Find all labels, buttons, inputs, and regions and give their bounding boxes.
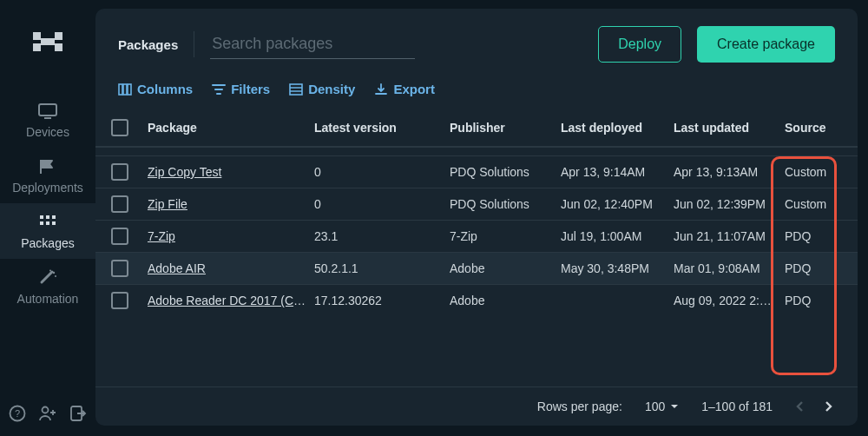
package-link[interactable]: 7-Zip <box>148 229 314 243</box>
main-panel: Packages Deploy Create package Columns F… <box>95 9 858 426</box>
help-icon[interactable]: ? <box>9 405 26 422</box>
export-tool[interactable]: Export <box>374 82 435 96</box>
row-checkbox[interactable] <box>111 195 128 213</box>
columns-tool[interactable]: Columns <box>118 82 193 96</box>
svg-rect-9 <box>52 215 56 219</box>
svg-rect-21 <box>123 84 127 95</box>
page-title: Packages <box>118 37 178 52</box>
search-input[interactable] <box>210 30 415 59</box>
row-checkbox[interactable] <box>111 260 128 277</box>
table-row[interactable]: Zip File 0 PDQ Solutions Jun 02, 12:40PM… <box>95 188 858 220</box>
package-link[interactable]: Adobe AIR <box>148 261 314 275</box>
svg-rect-1 <box>33 43 41 51</box>
chevron-down-icon <box>670 404 679 409</box>
cell-publisher: Adobe <box>450 294 561 307</box>
cell-source: PDQ <box>785 261 844 275</box>
create-package-button[interactable]: Create package <box>697 26 835 63</box>
cell-version: 17.12.30262 <box>314 294 450 307</box>
density-icon <box>289 83 303 96</box>
table-header-row: Package Latest version Publisher Last de… <box>95 109 858 147</box>
chevron-left-icon <box>795 400 804 413</box>
table-row[interactable]: 7-Zip 23.1 7-Zip Jul 19, 1:00AM Jun 21, … <box>95 220 858 252</box>
divider <box>194 31 194 57</box>
deploy-button[interactable]: Deploy <box>598 26 681 63</box>
sidebar-item-label: Devices <box>26 125 69 139</box>
pagination-range: 1–100 of 181 <box>701 400 773 413</box>
cell-lastupdated: Jun 21, 11:07AM <box>674 229 785 243</box>
cell-publisher: Adobe <box>450 261 561 275</box>
row-checkbox[interactable] <box>111 228 128 245</box>
grid-icon <box>38 214 57 231</box>
density-tool[interactable]: Density <box>289 82 355 96</box>
table-footer: Rows per page: 100 1–100 of 181 <box>95 386 858 426</box>
cell-source: Custom <box>785 165 844 179</box>
cell-version: 0 <box>314 165 450 179</box>
cell-lastupdated: Apr 13, 9:13AM <box>674 165 785 179</box>
svg-rect-20 <box>119 84 122 95</box>
svg-rect-6 <box>44 117 51 119</box>
chevron-right-icon <box>825 400 833 413</box>
filter-icon <box>212 83 226 96</box>
flag-icon <box>38 158 57 175</box>
cell-lastdeployed: May 30, 3:48PM <box>561 261 674 275</box>
table-row[interactable]: Zip Copy Test 0 PDQ Solutions Apr 13, 9:… <box>95 155 858 188</box>
sidebar-item-label: Deployments <box>12 181 83 195</box>
cell-lastupdated: Aug 09, 2022 2:… <box>674 294 785 307</box>
sidebar-item-automation[interactable]: Automation <box>0 259 95 314</box>
sidebar-item-packages[interactable]: Packages <box>0 203 95 259</box>
svg-rect-4 <box>41 38 55 45</box>
logout-icon[interactable] <box>69 405 87 422</box>
row-checkbox[interactable] <box>111 163 128 181</box>
package-link[interactable]: Zip Copy Test <box>148 165 314 179</box>
next-page-button[interactable] <box>825 400 833 413</box>
cell-lastdeployed: Jun 02, 12:40PM <box>561 197 674 211</box>
cell-source: PDQ <box>785 229 844 243</box>
package-link[interactable]: Zip File <box>148 197 314 211</box>
col-header-lastdeployed[interactable]: Last deployed <box>561 121 674 135</box>
svg-rect-23 <box>290 84 302 95</box>
svg-rect-10 <box>40 221 43 225</box>
svg-point-13 <box>53 272 55 274</box>
cell-publisher: 7-Zip <box>450 229 561 243</box>
cell-lastupdated: Mar 01, 9:08AM <box>674 261 785 275</box>
prev-page-button[interactable] <box>795 400 804 413</box>
columns-icon <box>118 83 132 96</box>
table-row[interactable]: Adobe AIR 50.2.1.1 Adobe May 30, 3:48PM … <box>95 252 858 284</box>
rows-per-page-select[interactable]: 100 <box>645 400 679 413</box>
svg-point-15 <box>55 275 56 277</box>
cell-version: 0 <box>314 197 450 211</box>
col-header-lastupdated[interactable]: Last updated <box>674 121 785 135</box>
col-header-package[interactable]: Package <box>148 121 314 135</box>
rows-per-page-label: Rows per page: <box>537 400 622 413</box>
cell-publisher: PDQ Solutions <box>450 197 561 211</box>
svg-rect-7 <box>40 215 43 219</box>
cell-source: PDQ <box>785 294 844 307</box>
packages-table: Package Latest version Publisher Last de… <box>95 109 858 386</box>
package-link[interactable]: Adobe Reader DC 2017 (Class <box>148 294 314 307</box>
svg-rect-11 <box>46 221 49 225</box>
svg-rect-2 <box>55 32 62 40</box>
topbar: Packages Deploy Create package <box>95 9 858 78</box>
monitor-icon <box>37 102 58 120</box>
add-user-icon[interactable] <box>38 405 57 422</box>
svg-point-18 <box>43 407 49 413</box>
cell-version: 50.2.1.1 <box>314 261 450 275</box>
download-icon <box>374 83 388 96</box>
select-all-checkbox[interactable] <box>111 119 128 136</box>
row-checkbox[interactable] <box>111 292 128 309</box>
sidebar-footer: ? <box>9 391 87 436</box>
svg-rect-5 <box>39 104 56 116</box>
filters-tool[interactable]: Filters <box>212 82 270 96</box>
col-header-version[interactable]: Latest version <box>314 121 450 135</box>
cell-lastdeployed: Apr 13, 9:14AM <box>561 165 674 179</box>
svg-point-14 <box>49 270 51 272</box>
col-header-source[interactable]: Source <box>785 121 844 135</box>
sidebar-item-deployments[interactable]: Deployments <box>0 148 95 203</box>
col-header-publisher[interactable]: Publisher <box>450 121 561 135</box>
sidebar-item-label: Automation <box>17 292 79 306</box>
table-row[interactable]: Adobe Reader DC 2017 (Class 17.12.30262 … <box>95 284 858 316</box>
sidebar-item-devices[interactable]: Devices <box>0 92 95 148</box>
sidebar: Devices Deployments Packages Automation … <box>0 0 95 436</box>
cell-version: 23.1 <box>314 229 450 243</box>
wand-icon <box>37 269 58 287</box>
